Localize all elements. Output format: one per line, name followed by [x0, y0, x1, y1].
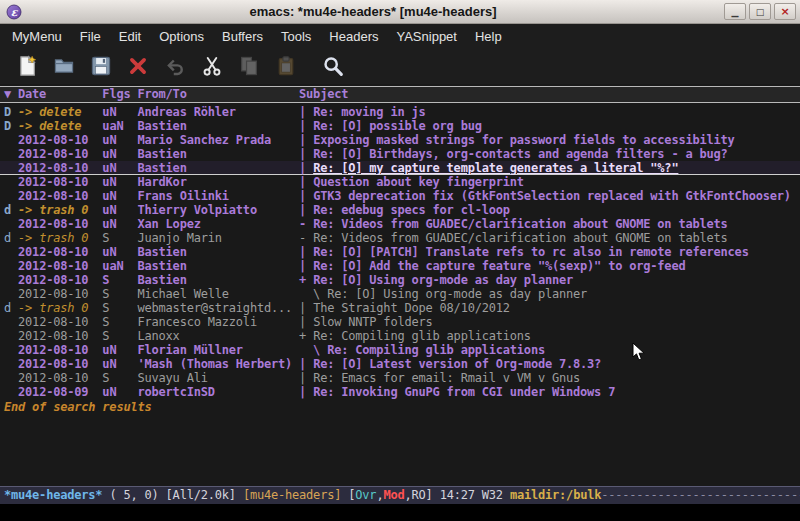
email-date: 2012-08-10: [18, 371, 102, 385]
column-from[interactable]: From/To: [137, 87, 299, 101]
email-row[interactable]: 2012-08-10 uN Bastien | Re: [O] Birthday…: [0, 147, 800, 161]
menu-item-file[interactable]: File: [71, 25, 110, 48]
email-subject: Slow NNTP folders: [313, 315, 432, 329]
email-date: -> delete: [18, 119, 102, 133]
email-row[interactable]: 2012-08-10 uN Florian Müllner \ Re: Comp…: [0, 343, 800, 357]
email-date: 2012-08-10: [18, 287, 102, 301]
search-button[interactable]: [320, 53, 346, 79]
close-button[interactable]: ×: [774, 3, 796, 20]
email-from: Bastien: [137, 259, 299, 273]
email-row[interactable]: 2012-08-10 uN HardKor | Question about k…: [0, 175, 800, 189]
email-row[interactable]: D -> delete uN Andreas Röhler | Re: movi…: [0, 105, 800, 119]
emacs-icon: ε: [6, 4, 22, 20]
email-subject: Re: [O] Add the capture feature "%(sexp)…: [313, 259, 685, 273]
headers-buffer[interactable]: ▼ Date Flgs From/To Subject D -> delete …: [0, 84, 800, 486]
email-row[interactable]: 2012-08-10 uN Bastien | Re: [O] [PATCH] …: [0, 245, 800, 259]
minimize-icon: ▁: [732, 7, 739, 17]
email-row[interactable]: 2012-08-10 uN 'Mash (Thomas Herbert) | R…: [0, 357, 800, 371]
thread-char: -: [299, 231, 313, 245]
email-from: HardKor: [137, 175, 299, 189]
email-from: Bastien: [137, 273, 299, 287]
modeline-mode-name: [mu4e-headers]: [243, 488, 341, 502]
email-flags: uN: [102, 385, 137, 399]
email-row[interactable]: d -> trash 0 S webmaster@straightd... | …: [0, 301, 800, 315]
email-row[interactable]: d -> trash 0 uN Thierry Volpiatto | Re: …: [0, 203, 800, 217]
modeline-mod: Mod: [383, 488, 404, 502]
mode-line[interactable]: *mu4e-headers* ( 5, 0) [All/2.0k] [mu4e-…: [0, 486, 800, 504]
email-flags: uN: [102, 343, 137, 357]
email-row[interactable]: 2012-08-10 S Lanoxx + Re: Compiling glib…: [0, 329, 800, 343]
email-date: 2012-08-10: [18, 189, 102, 203]
email-mark: [4, 161, 18, 175]
menu-item-mymenu[interactable]: MyMenu: [3, 25, 71, 48]
modeline-plain: ( 5, 0): [102, 488, 165, 502]
email-subject: Re: [O] Using org-mode as day planner: [313, 273, 573, 287]
new-file-icon: [16, 55, 38, 77]
email-subject: Re: [O] my capture template generates a …: [313, 161, 678, 175]
email-subject: GTK3 deprecation fix (GtkFontSelection r…: [313, 189, 791, 203]
email-row[interactable]: 2012-08-10 uaN Bastien | Re: [O] Add the…: [0, 259, 800, 273]
maximize-button[interactable]: □: [749, 3, 771, 20]
open-file-button[interactable]: [51, 53, 77, 79]
email-flags: S: [102, 301, 137, 315]
email-date: -> trash 0: [18, 301, 102, 315]
email-date: 2012-08-10: [18, 273, 102, 287]
title-bar[interactable]: ε emacs: *mu4e-headers* [mu4e-headers] ▁…: [0, 0, 800, 24]
close-buffer-button[interactable]: [125, 53, 151, 79]
save-icon: [90, 55, 112, 77]
paste-icon: [275, 55, 297, 77]
email-subject: Re: Compiling glib applications: [313, 329, 531, 343]
menu-item-help[interactable]: Help: [466, 25, 511, 48]
close-icon: ×: [780, 5, 789, 18]
menu-item-options[interactable]: Options: [150, 25, 213, 48]
email-from: Andreas Röhler: [137, 105, 299, 119]
email-flags: uN: [102, 189, 137, 203]
email-row[interactable]: 2012-08-10 S Bastien + Re: [O] Using org…: [0, 273, 800, 287]
email-mark: [4, 273, 18, 287]
email-row[interactable]: 2012-08-10 S Francesco Mazzoli | Slow NN…: [0, 315, 800, 329]
email-row[interactable]: 2012-08-10 uN Bastien | Re: [O] my captu…: [0, 161, 800, 175]
modeline-plain: ,: [404, 488, 411, 502]
email-mark: [4, 357, 18, 371]
menu-item-yasnippet[interactable]: YASnippet: [387, 25, 465, 48]
menu-item-tools[interactable]: Tools: [272, 25, 320, 48]
menu-item-edit[interactable]: Edit: [110, 25, 150, 48]
email-mark: [4, 371, 18, 385]
email-row[interactable]: D -> delete uaN Bastien | Re: [O] possib…: [0, 119, 800, 133]
modeline-dashes: ----------------------------------------…: [601, 488, 800, 502]
email-row[interactable]: 2012-08-10 uN Frans Oilinki | GTK3 depre…: [0, 189, 800, 203]
email-date: -> delete: [18, 105, 102, 119]
email-row[interactable]: 2012-08-10 uN Xan Lopez - Re: Videos fro…: [0, 217, 800, 231]
email-row[interactable]: 2012-08-10 uN Mario Sanchez Prada | Expo…: [0, 133, 800, 147]
menu-item-headers[interactable]: Headers: [320, 25, 387, 48]
email-from: Bastien: [137, 245, 299, 259]
thread-char: |: [299, 357, 313, 371]
copy-button: [236, 53, 262, 79]
cut-button[interactable]: [199, 53, 225, 79]
email-from: 'Mash (Thomas Herbert): [137, 357, 299, 371]
email-flags: uN: [102, 357, 137, 371]
thread-char: |: [299, 385, 313, 399]
minimize-button[interactable]: ▁: [724, 3, 746, 20]
email-row[interactable]: d -> trash 0 S Juanjo Marin - Re: Videos…: [0, 231, 800, 245]
column-date[interactable]: ▼ Date: [4, 87, 102, 101]
minibuffer[interactable]: [0, 504, 800, 521]
column-flags[interactable]: Flgs: [102, 87, 137, 101]
thread-char: +: [299, 329, 313, 343]
search-icon: [322, 55, 344, 77]
email-row[interactable]: 2012-08-10 S Suvayu Ali | Re: Emacs for …: [0, 371, 800, 385]
email-row[interactable]: 2012-08-10 S Michael Welle \ Re: [O] Usi…: [0, 287, 800, 301]
email-flags: uN: [102, 133, 137, 147]
new-file-button[interactable]: [14, 53, 40, 79]
email-date: 2012-08-10: [18, 259, 102, 273]
email-from: Michael Welle: [137, 287, 299, 301]
menu-item-buffers[interactable]: Buffers: [213, 25, 272, 48]
save-button[interactable]: [88, 53, 114, 79]
email-flags: S: [102, 315, 137, 329]
email-mark: [4, 315, 18, 329]
email-from: Juanjo Marin: [137, 231, 299, 245]
email-row[interactable]: 2012-08-09 uN robertcInSD | Re: Invoking…: [0, 385, 800, 399]
email-subject: Re: Videos from GUADEC/clarification abo…: [313, 231, 727, 245]
column-subject[interactable]: Subject: [299, 87, 348, 101]
email-flags: S: [102, 287, 137, 301]
